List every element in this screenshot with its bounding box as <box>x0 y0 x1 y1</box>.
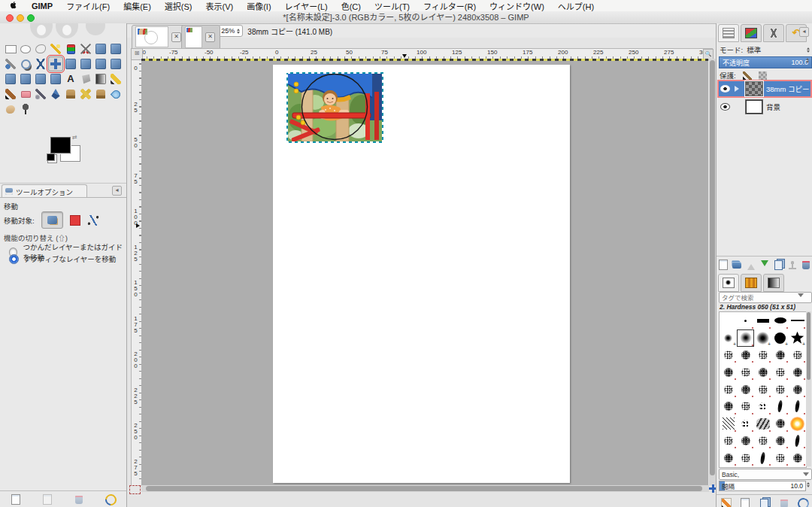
menu-h[interactable]: ヘルプ(H) <box>558 0 594 12</box>
save-preset-button[interactable] <box>10 494 23 505</box>
dock-menu-button[interactable]: ◂ <box>112 186 122 196</box>
tool-perspective[interactable] <box>18 71 33 87</box>
tool-gradient[interactable] <box>93 71 108 87</box>
brush-noise-a[interactable] <box>720 381 737 398</box>
tool-smudge[interactable] <box>3 102 18 117</box>
brush-circle[interactable] <box>771 329 789 347</box>
mode-spinner[interactable] <box>807 46 810 54</box>
new-brush-button[interactable] <box>739 498 752 507</box>
brush-soft-m[interactable] <box>754 329 771 347</box>
lock-paint-icon[interactable] <box>743 71 752 80</box>
menu-r[interactable]: フィルター(R) <box>423 0 476 12</box>
tool-free-select[interactable] <box>33 41 48 56</box>
brush-blank[interactable] <box>720 312 737 329</box>
menu-t[interactable]: ツール(T) <box>374 0 410 12</box>
swap-colors-icon[interactable]: ⇄ <box>72 134 80 141</box>
menu-gimp[interactable]: GIMP <box>32 2 53 11</box>
menu-c[interactable]: 色(C) <box>341 0 361 12</box>
tab-patterns[interactable] <box>741 274 762 292</box>
tool-scissors-select[interactable] <box>78 41 93 56</box>
mode-value[interactable]: 標準 <box>747 44 803 55</box>
tool-zoom[interactable] <box>18 56 33 71</box>
tool-fuzzy-select[interactable] <box>48 41 63 56</box>
vertical-scrollbar[interactable] <box>709 59 716 485</box>
apple-icon[interactable] <box>11 2 18 11</box>
tool-flip[interactable] <box>33 71 48 87</box>
brush-noise-s[interactable] <box>754 398 771 415</box>
brush-noise-b[interactable] <box>789 381 806 398</box>
image-tab-1[interactable]: ✕ <box>132 25 186 49</box>
close-icon[interactable]: ✕ <box>171 32 181 42</box>
brush-noise-b[interactable] <box>720 449 737 466</box>
brush-noise-a[interactable] <box>737 398 754 415</box>
tool-align[interactable] <box>63 56 78 71</box>
tool-shear[interactable] <box>3 71 18 87</box>
brush-noise-b[interactable] <box>754 363 771 381</box>
tab-paths[interactable] <box>763 24 784 42</box>
menu-v[interactable]: 表示(V) <box>206 0 234 12</box>
foreground-color-swatch[interactable] <box>50 137 71 153</box>
menu-f[interactable]: ファイル(F) <box>66 0 110 12</box>
tab-layers[interactable] <box>718 24 739 42</box>
brush-soft-selected[interactable] <box>737 329 754 347</box>
tool-color-picker[interactable] <box>3 56 18 71</box>
brush-noise-a[interactable] <box>720 433 737 450</box>
brush-noise-a[interactable] <box>737 449 754 466</box>
brush-noise-s[interactable] <box>737 415 754 433</box>
tool-cage-transform[interactable] <box>48 71 63 87</box>
tool-rotate[interactable] <box>93 56 108 71</box>
lock-alpha-icon[interactable] <box>759 71 767 80</box>
zoom-spinner[interactable] <box>237 27 240 35</box>
layer-row-1[interactable]: 38mm コピー <box>717 80 812 98</box>
brush-noise-a[interactable] <box>771 363 789 381</box>
brush-soft-s[interactable] <box>720 329 737 347</box>
refresh-brushes-button[interactable] <box>797 498 810 507</box>
brush-stripes[interactable] <box>754 415 771 433</box>
brush-scrollbar[interactable] <box>806 311 811 466</box>
tool-blur-sharpen[interactable] <box>108 87 123 102</box>
brush-line[interactable] <box>789 312 806 329</box>
filter-icon[interactable] <box>798 293 804 300</box>
tool-airbrush[interactable] <box>33 87 48 102</box>
brush-stroke[interactable] <box>789 433 806 450</box>
tool-paintbrush[interactable] <box>3 87 18 102</box>
edit-brush-button[interactable] <box>720 498 732 507</box>
layer-name[interactable]: 背景 <box>766 102 780 112</box>
tool-crop[interactable] <box>78 56 93 71</box>
tag-filter-combo[interactable]: Basic, <box>719 469 812 480</box>
menu-e[interactable]: 編集(E) <box>123 0 151 12</box>
close-icon[interactable]: ✕ <box>205 32 215 42</box>
menu-s[interactable]: 選択(S) <box>165 0 192 12</box>
brush-noise-b[interactable] <box>771 347 789 364</box>
tool-rectangle-select[interactable] <box>3 41 18 56</box>
brush-noise-a[interactable] <box>754 433 771 450</box>
opacity-slider[interactable]: 不透明度 100.0 <box>719 56 812 68</box>
visibility-eye-icon[interactable] <box>720 85 730 93</box>
brush-noise-b[interactable] <box>771 415 789 433</box>
brush-noise-a[interactable] <box>771 381 789 398</box>
anchor-layer-button[interactable] <box>786 260 798 270</box>
brush-noise-a[interactable] <box>737 363 754 381</box>
tool-paths[interactable] <box>108 41 123 56</box>
tool-ellipse-select[interactable] <box>18 41 33 56</box>
tool-perspective-clone[interactable] <box>93 87 108 102</box>
brush-noise-a[interactable] <box>754 381 771 398</box>
expander-icon[interactable] <box>735 86 742 92</box>
tool-ink[interactable] <box>48 87 63 102</box>
brush-noise-a[interactable] <box>754 347 771 364</box>
tab-gradients[interactable] <box>763 274 784 292</box>
layer-row-2[interactable]: 背景 <box>717 98 812 116</box>
tool-scale[interactable] <box>108 56 123 71</box>
brush-bar[interactable] <box>754 312 771 329</box>
move-path-button[interactable] <box>87 215 99 226</box>
delete-preset-button[interactable] <box>73 494 86 505</box>
image-tab-2-active[interactable]: ✕ <box>181 25 220 49</box>
menu-l[interactable]: レイヤー(L) <box>285 0 328 12</box>
brush-star[interactable] <box>789 329 806 347</box>
spacing-spinner[interactable] <box>807 481 810 489</box>
radio-move-active-layer[interactable]: アクティブなレイヤーを移動 <box>9 254 116 264</box>
brush-noise-a[interactable] <box>771 449 789 466</box>
brush-noise-b[interactable] <box>789 363 806 381</box>
tool-move[interactable] <box>48 56 63 71</box>
duplicate-layer-button[interactable] <box>772 260 785 270</box>
